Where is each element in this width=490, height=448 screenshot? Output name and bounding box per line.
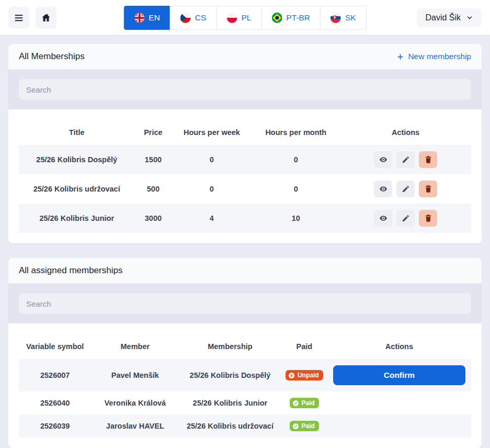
row-actions — [343, 151, 468, 168]
cell-hours-month: 0 — [252, 145, 340, 174]
assigned-memberships-card: All assigned memberships Variable symbol… — [8, 258, 482, 448]
column-header-paid: Paid — [281, 336, 327, 359]
tab-sk[interactable]: SK — [320, 6, 367, 30]
cell-title: 25/26 Kolibris Dospělý — [19, 145, 134, 174]
pencil-icon — [402, 214, 410, 222]
new-membership-button[interactable]: New membership — [396, 52, 471, 61]
check-circle-icon — [292, 400, 299, 407]
column-header-actions: Actions — [340, 122, 471, 145]
check-circle-icon — [292, 423, 299, 430]
hamburger-icon — [14, 13, 24, 23]
column-header-actions: Actions — [327, 336, 471, 359]
memberships-search-strip — [8, 70, 482, 109]
assigned-table: Variable symbol Member Membership Paid A… — [19, 336, 471, 438]
delete-button[interactable] — [419, 210, 437, 227]
view-button[interactable] — [374, 210, 392, 227]
tab-cs[interactable]: CS — [170, 6, 217, 30]
table-row: 25/26 Kolibris udržovací 500 0 0 — [19, 174, 471, 204]
assigned-search-input[interactable] — [19, 293, 471, 314]
cell-member: Jaroslav HAVEL — [91, 415, 179, 438]
language-tabs: EN CS PL PT-BR SK — [123, 6, 366, 30]
cell-member: Pavel Menšík — [91, 359, 179, 391]
column-header-price: Price — [134, 122, 172, 145]
uk-flag-icon — [134, 13, 144, 23]
column-header-hours-week: Hours per week — [172, 122, 252, 145]
tab-pl-label: PL — [241, 13, 251, 23]
view-button[interactable] — [374, 151, 392, 168]
assigned-card-header: All assigned memberships — [8, 258, 482, 284]
tab-pl[interactable]: PL — [216, 6, 261, 30]
cell-title: 25/26 Kolibris udržovací — [19, 174, 134, 204]
delete-button[interactable] — [419, 151, 437, 168]
eye-icon — [379, 214, 388, 222]
assigned-header-row: Variable symbol Member Membership Paid A… — [19, 336, 471, 359]
paid-status-badge: Paid — [290, 421, 319, 431]
memberships-card-header: All Memberships New membership — [8, 44, 482, 70]
tab-pt-br[interactable]: PT-BR — [261, 6, 321, 30]
cell-member: Veronika Králová — [91, 391, 179, 415]
trash-icon — [424, 185, 432, 193]
pencil-icon — [402, 155, 410, 164]
user-menu-button[interactable]: David Šik — [417, 8, 482, 27]
cell-hours-week: 0 — [172, 174, 252, 204]
column-header-membership: Membership — [179, 336, 281, 359]
memberships-search-input[interactable] — [19, 79, 471, 100]
plus-icon — [396, 53, 404, 61]
column-header-hours-month: Hours per month — [252, 122, 340, 145]
edit-button[interactable] — [396, 210, 415, 227]
tab-pt-br-label: PT-BR — [286, 13, 310, 23]
memberships-title: All Memberships — [19, 51, 85, 62]
delete-button[interactable] — [419, 181, 437, 197]
tab-en[interactable]: EN — [123, 6, 170, 30]
tab-en-label: EN — [149, 13, 160, 23]
column-header-title: Title — [19, 122, 134, 145]
chevron-down-icon — [466, 14, 473, 21]
brazil-flag-icon — [271, 13, 282, 23]
memberships-table: Title Price Hours per week Hours per mon… — [19, 122, 471, 233]
cell-hours-month: 10 — [252, 204, 340, 233]
memberships-header-row: Title Price Hours per week Hours per mon… — [19, 122, 471, 145]
home-icon — [41, 13, 51, 23]
column-header-variable-symbol: Variable symbol — [19, 336, 91, 359]
edit-button[interactable] — [396, 181, 415, 197]
eye-icon — [379, 155, 388, 164]
assigned-search-strip — [8, 284, 482, 323]
table-row: 25/26 Kolibris Junior 3000 4 10 — [19, 204, 471, 233]
view-button[interactable] — [374, 181, 392, 197]
cell-membership: 25/26 Kolibris Dospělý — [179, 359, 281, 391]
table-row: 2526007 Pavel Menšík 25/26 Kolibris Dosp… — [19, 359, 471, 391]
table-row: 2526039 Jaroslav HAVEL 25/26 Kolibris ud… — [19, 415, 471, 438]
unpaid-status-badge: Unpaid — [286, 370, 323, 380]
memberships-card: All Memberships New membership Title Pri… — [8, 44, 482, 243]
trash-icon — [424, 214, 432, 222]
assigned-table-wrap: Variable symbol Member Membership Paid A… — [8, 323, 482, 448]
paid-status-badge: Paid — [290, 398, 319, 408]
badge-label: Unpaid — [298, 372, 319, 379]
memberships-table-wrap: Title Price Hours per week Hours per mon… — [8, 109, 482, 243]
cell-price: 3000 — [134, 204, 172, 233]
table-row: 2526040 Veronika Králová 25/26 Kolibris … — [19, 391, 471, 415]
new-membership-label: New membership — [408, 52, 471, 61]
trash-icon — [424, 155, 432, 164]
cell-membership: 25/26 Kolibris Junior — [179, 391, 281, 415]
pencil-icon — [402, 185, 410, 193]
row-actions — [343, 210, 468, 227]
cell-hours-month: 0 — [252, 174, 340, 204]
cell-variable-symbol: 2526040 — [19, 391, 91, 415]
badge-label: Paid — [302, 399, 315, 407]
column-header-member: Member — [91, 336, 179, 359]
poland-flag-icon — [226, 13, 237, 23]
tab-cs-label: CS — [195, 13, 207, 23]
app-navbar: EN CS PL PT-BR SK David Šik — [0, 0, 490, 36]
row-actions — [343, 181, 468, 197]
cell-title: 25/26 Kolibris Junior — [19, 204, 134, 233]
slovakia-flag-icon — [331, 13, 341, 23]
tab-sk-label: SK — [345, 13, 356, 23]
menu-button[interactable] — [8, 7, 29, 29]
home-button[interactable] — [36, 7, 56, 29]
assigned-title: All assigned memberships — [19, 265, 122, 276]
badge-label: Paid — [302, 422, 315, 430]
edit-button[interactable] — [396, 151, 415, 168]
confirm-button[interactable]: Confirm — [333, 365, 465, 385]
cell-membership: 25/26 Kolibris udržovací — [179, 415, 281, 438]
